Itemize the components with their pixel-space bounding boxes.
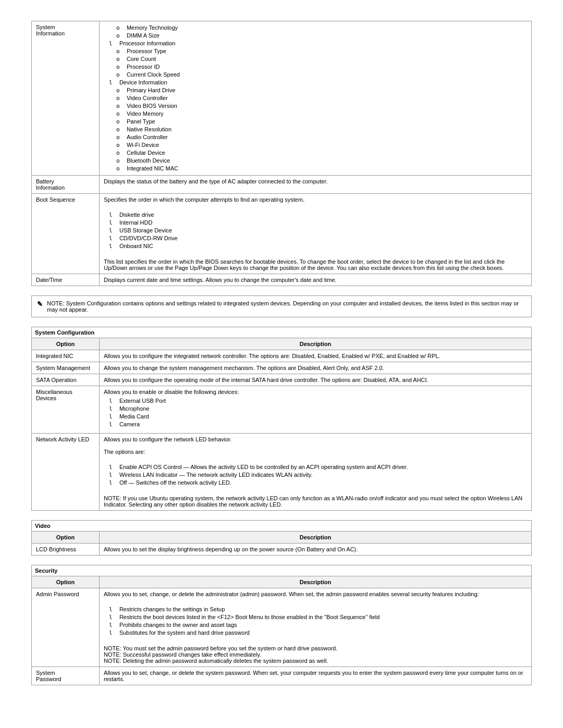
system-password-label: SystemPassword (32, 667, 100, 685)
admin-password-features: Restricts changes to the settings in Set… (104, 606, 527, 637)
system-config-table: Option Description Integrated NIC Allows… (31, 338, 532, 511)
admin-password-content: Allows you to set, change, or delete the… (100, 588, 532, 667)
integrated-nic-row: Integrated NIC Allows you to configure t… (32, 350, 532, 362)
security-table: Option Description Admin Password Allows… (31, 576, 532, 685)
tree-item: Audio Controller (104, 133, 527, 141)
datetime-row: Date/Time Displays current date and time… (32, 274, 532, 286)
tree-item: Bluetooth Device (104, 157, 527, 165)
tree-item: Video Memory (104, 110, 527, 118)
col-option: Option (32, 532, 100, 544)
note-box: ✎ NOTE: System Configuration contains op… (31, 295, 532, 317)
network-led-note: NOTE: If you use Ubuntu operating system… (104, 495, 527, 508)
system-info-table: SystemInformation Memory Technology DIMM… (31, 21, 532, 286)
tree-item: Panel Type (104, 118, 527, 126)
system-management-desc: Allows you to change the system manageme… (100, 362, 532, 374)
tree-item: Native Resolution (104, 126, 527, 133)
system-config-title: System Configuration (31, 327, 532, 338)
boot-sequence-row: Boot Sequence Specifies the order in whi… (32, 194, 532, 274)
network-led-option: Wireless LAN Indicator — The network act… (109, 471, 527, 479)
col-description: Description (100, 576, 532, 588)
misc-devices-content: Allows you to enable or disable the foll… (100, 386, 532, 434)
tree-item: Processor Type (104, 47, 527, 55)
network-led-option: Enable ACPI OS Control — Allows the acti… (109, 463, 527, 471)
system-info-label: SystemInformation (32, 21, 100, 176)
misc-device-item: Microphone (109, 405, 527, 413)
battery-info-label: BatteryInformation (32, 176, 100, 194)
system-info-tree: Memory Technology DIMM A Size Processor … (104, 24, 527, 172)
admin-password-note-3: NOTE: Deleting the admin password automa… (104, 658, 527, 664)
sata-operation-desc: Allows you to configure the operating mo… (100, 374, 532, 386)
tree-item: DIMM A Size (104, 32, 527, 40)
misc-device-item: Media Card (109, 413, 527, 421)
tree-item: Video Controller (104, 94, 527, 102)
boot-text-1: Specifies the order in which the compute… (104, 196, 527, 203)
network-led-content: Allows you to configure the network LED … (100, 434, 532, 511)
admin-password-label: Admin Password (32, 588, 100, 667)
system-config-header: Option Description (32, 338, 532, 350)
network-led-option: Off — Switches off the network activity … (109, 479, 527, 487)
misc-text: Allows you to enable or disable the foll… (104, 389, 527, 395)
datetime-label: Date/Time (32, 274, 100, 286)
video-title: Video (31, 520, 532, 531)
video-table: Option Description LCD Brightness Allows… (31, 531, 532, 556)
lcd-brightness-row: LCD Brightness Allows you to set the dis… (32, 544, 532, 556)
admin-password-row: Admin Password Allows you to set, change… (32, 588, 532, 667)
system-password-row: SystemPassword Allows you to set, change… (32, 667, 532, 685)
boot-items-list: Diskette drive Internal HDD USB Storage … (104, 211, 527, 250)
col-option: Option (32, 576, 100, 588)
integrated-nic-desc: Allows you to configure the integrated n… (100, 350, 532, 362)
battery-info-content: Displays the status of the battery and t… (100, 176, 532, 194)
tree-branch: Processor Information (104, 40, 527, 47)
misc-devices-label: MiscellaneousDevices (32, 386, 100, 434)
boot-item: Onboard NIC (109, 242, 527, 250)
note-text: NOTE: System Configuration contains opti… (47, 300, 526, 313)
video-header: Option Description (32, 532, 532, 544)
boot-text-2: This list specifies the order in which t… (104, 258, 527, 271)
battery-info-row: BatteryInformation Displays the status o… (32, 176, 532, 194)
tree-item: Video BIOS Version (104, 102, 527, 110)
tree-item: Processor ID (104, 63, 527, 71)
network-led-label: Network Activity LED (32, 434, 100, 511)
system-info-content: Memory Technology DIMM A Size Processor … (100, 21, 532, 176)
admin-password-note-1: NOTE: You must set the admin password be… (104, 645, 527, 651)
misc-devices-row: MiscellaneousDevices Allows you to enabl… (32, 386, 532, 434)
admin-password-note-2: NOTE: Successful password changes take e… (104, 651, 527, 658)
system-management-row: System Management Allows you to change t… (32, 362, 532, 374)
boot-item: USB Storage Device (109, 227, 527, 235)
tree-item: Integrated NIC MAC (104, 165, 527, 172)
misc-devices-list: External USB Port Microphone Media Card … (104, 397, 527, 428)
datetime-content: Displays current date and time settings.… (100, 274, 532, 286)
admin-password-feature: Restricts the boot devices listed in the… (109, 613, 527, 621)
tree-item: Current Clock Speed (104, 71, 527, 79)
admin-password-intro: Allows you to set, change, or delete the… (104, 591, 527, 597)
sata-operation-row: SATA Operation Allows you to configure t… (32, 374, 532, 386)
admin-password-feature: Restricts changes to the settings in Set… (109, 606, 527, 613)
boot-sequence-label: Boot Sequence (32, 194, 100, 274)
network-led-options-list: Enable ACPI OS Control — Allows the acti… (104, 463, 527, 487)
admin-password-feature: Prohibits changes to the owner and asset… (109, 621, 527, 629)
boot-item: CD/DVD/CD-RW Drive (109, 235, 527, 242)
tree-item: Primary Hard Drive (104, 87, 527, 94)
security-header: Option Description (32, 576, 532, 588)
lcd-brightness-desc: Allows you to set the display brightness… (100, 544, 532, 556)
col-description: Description (100, 532, 532, 544)
note-icon: ✎ (37, 300, 43, 313)
system-password-desc: Allows you to set, change, or delete the… (100, 667, 532, 685)
sata-operation-label: SATA Operation (32, 374, 100, 386)
integrated-nic-label: Integrated NIC (32, 350, 100, 362)
boot-item: Diskette drive (109, 211, 527, 219)
lcd-brightness-label: LCD Brightness (32, 544, 100, 556)
system-info-row: SystemInformation Memory Technology DIMM… (32, 21, 532, 176)
tree-branch: Device Information (104, 79, 527, 87)
system-management-label: System Management (32, 362, 100, 374)
tree-item: Cellular Device (104, 149, 527, 157)
misc-device-item: External USB Port (109, 397, 527, 405)
network-led-text-1: Allows you to configure the network LED … (104, 436, 527, 442)
network-led-text-2: The options are: (104, 449, 527, 455)
col-description: Description (100, 338, 532, 350)
tree-item: Core Count (104, 55, 527, 63)
network-led-row: Network Activity LED Allows you to confi… (32, 434, 532, 511)
col-option: Option (32, 338, 100, 350)
tree-item: Wi-Fi Device (104, 141, 527, 149)
boot-sequence-content: Specifies the order in which the compute… (100, 194, 532, 274)
